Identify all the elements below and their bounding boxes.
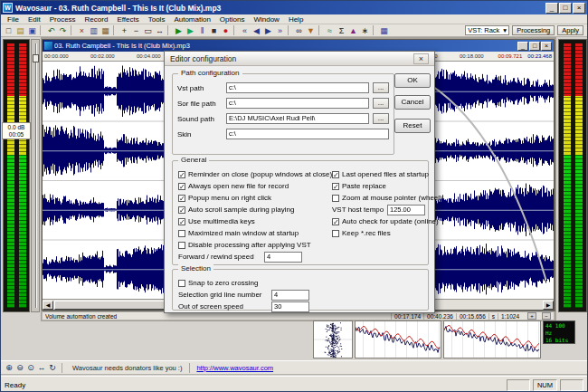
insert-marker-icon[interactable]: ▼ (306, 25, 317, 36)
checkbox-paste-replace[interactable]: ✓ (332, 183, 339, 190)
document-close-button[interactable]: × (541, 42, 552, 51)
checkbox-zoom-at-mouse-pointer-wheel[interactable] (332, 195, 339, 202)
browse-button[interactable]: ... (373, 113, 389, 124)
cancel-button[interactable]: Cancel (394, 95, 431, 110)
vertical-zoom-out-icon[interactable]: − (542, 312, 551, 320)
dialog-titlebar[interactable]: Editor configuration × (165, 52, 434, 66)
rewind-icon[interactable]: ◀ (251, 25, 262, 36)
undo-icon[interactable]: ↶ (46, 25, 57, 36)
apply-button[interactable]: Apply (557, 25, 583, 35)
checkbox-maximized-main-window-at-startup[interactable] (178, 230, 185, 237)
wavosaur-link[interactable]: http://www.wavosaur.com (196, 364, 273, 372)
meter-time-value: 00:05 (3, 131, 30, 139)
copy-icon[interactable]: ▥ (89, 25, 100, 36)
checkbox-auto-scroll-sample-during-playing[interactable]: ✓ (178, 206, 185, 214)
checkbox-disable-processing-after-applying-vst[interactable] (178, 242, 185, 249)
processing-button[interactable]: Processing (512, 25, 555, 35)
menu-item-help[interactable]: Help (284, 14, 308, 24)
checkbox-label: Maximized main window at startup (188, 229, 299, 237)
zoom-out-icon[interactable]: ⊖ (14, 362, 25, 373)
record-icon[interactable]: ● (221, 25, 232, 36)
zoom-all-icon[interactable]: ↔ (155, 25, 166, 36)
new-file-icon[interactable]: □ (4, 25, 14, 36)
reset-button[interactable]: Reset (394, 119, 431, 133)
refresh-icon[interactable]: ↻ (47, 362, 58, 373)
zoom-all-icon[interactable]: ↔ (36, 362, 47, 373)
go-start-icon[interactable]: « (240, 25, 251, 36)
skin-input[interactable]: c:\ (226, 129, 389, 139)
menu-item-record[interactable]: Record (81, 14, 113, 24)
paste-icon[interactable]: ▦ (100, 25, 111, 36)
zoom-in-icon[interactable]: ⊕ (4, 362, 14, 373)
volume-fader[interactable] (31, 39, 40, 312)
maximize-button[interactable]: □ (559, 3, 572, 14)
checkbox-auto-check-for-update-online[interactable]: ✓ (332, 218, 339, 225)
play-icon[interactable]: ▶ (174, 25, 185, 36)
forward-icon[interactable]: ▶ (263, 25, 274, 36)
bit-depth-label: 16 bits (545, 337, 573, 344)
play-loop-icon[interactable]: ▶ (185, 25, 196, 36)
menu-item-automation[interactable]: Automation (169, 14, 214, 24)
document-maximize-button[interactable]: □ (529, 42, 540, 51)
zoom-selection-icon[interactable]: ⊙ (25, 362, 36, 373)
normalize-icon[interactable]: ≈ (325, 25, 336, 36)
menu-item-file[interactable]: File (3, 14, 24, 24)
menu-item-process[interactable]: Process (45, 14, 81, 24)
open-file-icon[interactable]: ▤ (15, 25, 26, 36)
menu-item-window[interactable]: Window (249, 14, 283, 24)
vertical-zoom-in-icon[interactable]: + (527, 312, 536, 320)
selection-group: Selection Snap to zero crossingSelection… (172, 269, 429, 311)
checkbox-popup-menu-on-right-click[interactable]: ✓ (178, 195, 185, 202)
path-row: Vst pathc:\... (177, 82, 389, 93)
menu-item-edit[interactable]: Edit (24, 14, 45, 24)
zoom-in-icon[interactable]: + (119, 25, 130, 36)
vst-host-tempo-input[interactable]: 125.00 (387, 205, 425, 215)
checkbox-last-opened-files-at-startup[interactable]: ✓ (332, 171, 339, 178)
toolbar-separator (62, 363, 65, 373)
vst-path-input[interactable]: c:\ (226, 82, 369, 93)
close-button[interactable]: × (573, 3, 585, 14)
dialog-title: Editor configuration (170, 54, 413, 63)
statistics-icon[interactable]: Σ (337, 25, 347, 36)
menu-item-options[interactable]: Options (215, 14, 250, 24)
app-title: Wavosaur - 03. Ruth Campbell - This Is I… (15, 4, 545, 13)
meter-bar-right-r (575, 43, 583, 308)
spectrum-panel-2 (443, 320, 541, 359)
out-of-screen-speed-input[interactable]: 30 (271, 301, 309, 312)
group-title: Selection (178, 264, 213, 272)
pause-icon[interactable]: ‖ (197, 25, 208, 36)
go-end-icon[interactable]: » (275, 25, 286, 36)
stop-icon[interactable]: ■ (209, 25, 220, 36)
zoom-selection-icon[interactable]: ▭ (143, 25, 154, 36)
checkbox-reminder-on-close-popup-windows-at-close[interactable]: ✓ (178, 171, 185, 178)
checkbox-snap-to-zero-crossing[interactable] (178, 280, 185, 287)
dialog-close-icon[interactable]: × (413, 53, 429, 64)
sound-path-input[interactable]: E:\DJ MUSIC\Axel Rudi Pell\ (226, 113, 369, 124)
sor-file-path-input[interactable]: c:\ (226, 98, 369, 109)
checkbox-keep-rec-files[interactable] (332, 230, 339, 237)
zoom-out-icon[interactable]: − (131, 25, 142, 36)
cut-icon[interactable]: × (77, 25, 88, 36)
checkbox-use-multimedia-keys[interactable]: ✓ (178, 218, 185, 225)
redo-icon[interactable]: ↷ (58, 25, 69, 36)
selection-grid-line-number-input[interactable]: 4 (271, 290, 309, 301)
fader-handle[interactable] (33, 54, 39, 62)
vst-rack-icon[interactable]: ▦ (379, 25, 390, 36)
checkbox-always-open-new-file-for-record[interactable]: ✓ (178, 183, 185, 190)
settings-icon[interactable]: ∗ (360, 25, 371, 36)
scroll-right-icon[interactable]: ▶ (543, 301, 554, 310)
loop-icon[interactable]: ∞ (294, 25, 305, 36)
vst-rack-combo[interactable]: VST: Rack▾ (465, 25, 509, 35)
minimize-button[interactable]: _ (545, 3, 558, 14)
browse-button[interactable]: ... (373, 98, 389, 109)
option-row: ✓Popup menu on right click (178, 192, 332, 204)
menu-item-tools[interactable]: Tools (144, 14, 170, 24)
document-minimize-button[interactable]: _ (517, 42, 528, 51)
scroll-left-icon[interactable]: ◀ (43, 301, 53, 310)
forward-rewind-speed-input[interactable]: 4 (264, 252, 302, 263)
ok-button[interactable]: OK (394, 73, 431, 88)
browse-button[interactable]: ... (373, 82, 389, 93)
menu-item-effects[interactable]: Effects (112, 14, 143, 24)
save-file-icon[interactable]: ▣ (27, 25, 38, 36)
spectrum-icon[interactable]: ▲ (348, 25, 359, 36)
